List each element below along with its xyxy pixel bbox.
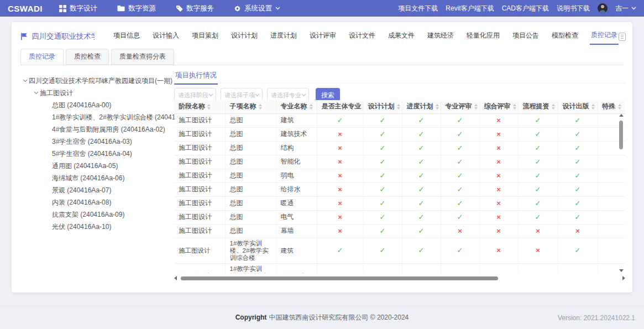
tree-leaf-5[interactable]: 5#学生宿舍 (240416Aa-04) xyxy=(21,148,175,160)
tree-node-label: 四川交通职业技术学院邛崃产教园建设项目(一期) (240416Aa) xyxy=(29,75,175,87)
project-tab-9[interactable]: 建筑经济 xyxy=(426,29,455,44)
tree-node-label: 通用图 (240416Aa-05) xyxy=(52,160,118,172)
scroll-down-icon[interactable] xyxy=(619,269,624,272)
sort-icon[interactable] xyxy=(474,104,478,109)
tree-leaf-2[interactable]: 1#教学实训楼、2#教学实训综合楼 (240416Aa-01) xyxy=(21,111,175,123)
tree-leaf-9[interactable]: 内装 (240416Aa-08) xyxy=(21,196,175,208)
check-icon: ✓ xyxy=(380,158,386,166)
project-tab-4[interactable]: 设计计划 xyxy=(230,29,259,44)
tree-leaf-7[interactable]: 海绵城市 (240416Aa-06) xyxy=(21,172,175,184)
tree-leaf-4[interactable]: 3#学生宿舍 (240416Aa-03) xyxy=(21,135,175,148)
project-tab-8[interactable]: 成果文件 xyxy=(387,29,416,44)
project-tab-13[interactable]: 质控记录 xyxy=(590,28,619,45)
tab-list-icon[interactable] xyxy=(619,33,626,41)
scroll-left-icon[interactable] xyxy=(174,276,177,280)
column-header-7[interactable]: 专业评审 xyxy=(441,100,479,113)
column-header-3[interactable]: 专业名称 xyxy=(276,100,317,113)
cell-stage: 施工图设计 xyxy=(174,141,225,155)
column-header-10[interactable]: 设计出版 xyxy=(558,100,598,113)
nav-link-2[interactable]: Revit客户端下载 xyxy=(446,4,494,13)
vertical-scrollbar[interactable] xyxy=(619,115,624,271)
cell-sub: 1#教学实训楼、2#教学实训综合楼 xyxy=(225,238,276,264)
scroll-up-icon[interactable] xyxy=(619,114,624,117)
cell-flag: ✓ xyxy=(363,169,402,182)
project-tab-10[interactable]: 轻量化应用 xyxy=(465,29,501,44)
check-icon: ✓ xyxy=(418,272,425,273)
sort-icon[interactable] xyxy=(259,104,262,109)
sort-icon[interactable] xyxy=(513,104,516,109)
cell-flag: ✓ xyxy=(441,264,479,273)
nav-item-3[interactable]: 数字服务 xyxy=(176,4,214,13)
sort-icon[interactable] xyxy=(436,104,439,109)
tree-leaf-11[interactable]: 光伏 (240416Aa-10) xyxy=(21,221,175,233)
vertical-scroll-thumb[interactable] xyxy=(619,121,623,149)
user-avatar[interactable] xyxy=(598,3,608,13)
cell-major: 建筑 xyxy=(276,113,317,127)
sort-icon[interactable] xyxy=(310,104,313,109)
cell-flag: ✓ xyxy=(518,210,558,224)
cross-icon: × xyxy=(338,144,342,152)
column-header-9[interactable]: 流程提资 xyxy=(518,100,558,113)
qc-panel: 项目执行情况 请选择阶段请选择子项请选择专业搜索 阶段名称子项名称专业名称是否主… xyxy=(174,71,626,284)
check-icon: ✓ xyxy=(380,171,386,180)
project-tab-12[interactable]: 模型检查 xyxy=(551,29,579,44)
subtab-2[interactable]: 质控检查 xyxy=(66,49,109,65)
column-header-11[interactable]: 特殊 xyxy=(598,100,625,113)
horizontal-scrollbar[interactable] xyxy=(174,276,625,281)
tree-leaf-6[interactable]: 通用图 (240416Aa-05) xyxy=(21,160,175,172)
cell-flag: ✓ xyxy=(402,113,441,127)
tree-leaf-3[interactable]: 4#食堂与后勤附属用房 (240416Aa-02) xyxy=(21,123,175,135)
project-tab-6[interactable]: 设计评审 xyxy=(308,29,337,44)
cell-flag: × xyxy=(441,224,479,238)
subtab-1[interactable]: 质控记录 xyxy=(20,49,64,65)
sort-icon[interactable] xyxy=(591,104,595,109)
column-header-1[interactable]: 阶段名称 xyxy=(174,100,225,113)
cell-flag: × xyxy=(479,210,518,224)
nav-link-4[interactable]: 说明书下载 xyxy=(557,4,590,13)
project-tab-3[interactable]: 项目策划 xyxy=(191,29,219,44)
tree-leaf-8[interactable]: 景观 (240416Aa-07) xyxy=(21,184,175,196)
project-tab-2[interactable]: 设计输入 xyxy=(151,29,180,44)
cell-flag: ✓ xyxy=(558,238,598,264)
column-header-5[interactable]: 设计计划 xyxy=(363,100,402,113)
user-menu[interactable]: 吉一 xyxy=(615,4,636,13)
sort-icon[interactable] xyxy=(552,104,555,109)
sort-up-icon xyxy=(207,104,211,106)
subtab-3[interactable]: 质量检查得分表 xyxy=(111,49,174,65)
project-tab-1[interactable]: 项目信息 xyxy=(112,29,141,44)
horizontal-scroll-thumb[interactable] xyxy=(181,276,498,280)
column-header-4[interactable]: 是否主体专业 xyxy=(317,100,363,113)
cross-icon: × xyxy=(496,171,501,180)
column-header-6[interactable]: 进度计划 xyxy=(402,100,441,113)
cell-sub: 总图 xyxy=(225,210,276,224)
project-tab-7[interactable]: 设计文件 xyxy=(348,29,376,44)
tree-caret-icon[interactable] xyxy=(21,79,29,82)
column-header-2[interactable]: 子项名称 xyxy=(225,100,276,113)
nav-item-2[interactable]: 数字资源 xyxy=(117,4,156,13)
nav-link-3[interactable]: CAD客户端下载 xyxy=(502,4,549,13)
sort-icon[interactable] xyxy=(207,104,211,109)
nav-item-1[interactable]: 数字设计 xyxy=(59,4,97,13)
tree-caret-icon[interactable] xyxy=(32,91,40,95)
project-tab-11[interactable]: 项目公告 xyxy=(511,29,540,44)
project-title[interactable]: 四川交通职业技术学院邛崃产... xyxy=(32,32,95,41)
brand-logo[interactable]: CSWADI xyxy=(8,4,43,13)
tab-exec-status[interactable]: 项目执行情况 xyxy=(174,71,218,85)
nav-item-4[interactable]: 系统设置 xyxy=(234,4,280,13)
project-tab-5[interactable]: 进度计划 xyxy=(269,29,298,44)
tree-leaf-10[interactable]: 抗震支架 (240416Aa-09) xyxy=(21,208,175,221)
check-icon: ✓ xyxy=(535,158,541,166)
tree-root-node[interactable]: 四川交通职业技术学院邛崃产教园建设项目(一期) (240416Aa) xyxy=(21,75,175,87)
check-icon: ✓ xyxy=(535,144,541,152)
tag-icon xyxy=(176,5,183,12)
tree-stage-node[interactable]: 施工图设计 xyxy=(21,87,175,99)
scroll-right-icon[interactable] xyxy=(622,276,625,280)
sort-icon[interactable] xyxy=(618,104,621,109)
exec-table: 阶段名称子项名称专业名称是否主体专业设计计划进度计划专业评审综合评审流程提资设计… xyxy=(174,100,625,273)
nav-link-1[interactable]: 项目文件下载 xyxy=(398,4,438,13)
column-header-8[interactable]: 综合评审 xyxy=(479,100,518,113)
check-icon: ✓ xyxy=(418,144,425,152)
cell-stage: 施工图设计 xyxy=(174,196,225,210)
tree-leaf-1[interactable]: 总图 (240416Aa-00) xyxy=(21,99,175,111)
sort-icon[interactable] xyxy=(397,104,400,109)
